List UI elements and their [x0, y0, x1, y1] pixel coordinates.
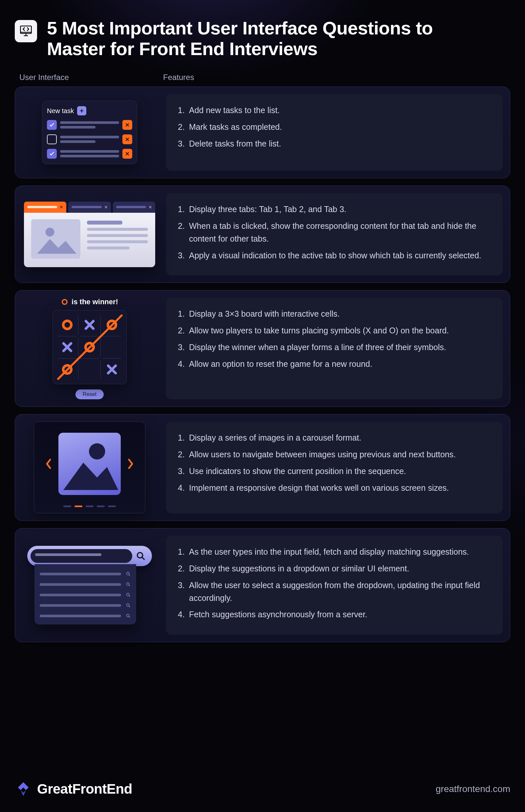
question-row-tabs: ✕ ✕ ✕ Display three tabs: Tab 1, Tab 2, … — [15, 186, 510, 283]
illustration-autocomplete — [22, 536, 157, 635]
feature-item: When a tab is clicked, show the correspo… — [178, 220, 491, 245]
svg-point-3 — [62, 300, 67, 304]
suggestion-item[interactable] — [40, 613, 131, 619]
brand: GreatFrontEnd — [15, 781, 132, 798]
o-icon — [61, 298, 68, 306]
question-row-autocomplete: As the user types into the input field, … — [15, 528, 510, 642]
prev-button[interactable] — [45, 458, 52, 469]
chevron-right-icon — [127, 458, 135, 469]
svg-point-14 — [89, 443, 105, 459]
todo-item — [47, 149, 132, 159]
indicator-dot-active[interactable] — [74, 505, 82, 507]
tab-inactive[interactable]: ✕ — [113, 202, 155, 213]
checkbox-unchecked[interactable] — [47, 135, 57, 144]
tictactoe-board — [52, 310, 127, 384]
feature-item: Display a 3×3 board with interactive cel… — [178, 308, 491, 320]
feature-item: Allow users to navigate between images u… — [178, 448, 491, 461]
footer: GreatFrontEnd greatfrontend.com — [15, 781, 510, 798]
suggestions-dropdown — [34, 564, 136, 624]
plus-icon — [79, 108, 84, 113]
svg-point-2 — [46, 228, 55, 236]
check-icon — [49, 151, 55, 157]
header: 5 Most Important User Interface Question… — [15, 18, 510, 59]
feature-item: Implement a responsive design that works… — [178, 482, 491, 494]
column-label-ui: User Interface — [19, 73, 163, 82]
close-icon: ✕ — [104, 205, 108, 209]
winner-text: is the winner! — [72, 298, 118, 306]
board-cell[interactable] — [56, 336, 78, 358]
features-panel: As the user types into the input field, … — [166, 536, 503, 635]
search-bar — [27, 546, 152, 566]
todo-card: New task — [42, 100, 137, 164]
feature-item: Delete tasks from the list. — [178, 137, 491, 150]
image-placeholder-icon — [31, 219, 80, 259]
board-cell[interactable] — [56, 314, 78, 336]
question-row-carousel: Display a series of images in a carousel… — [15, 414, 510, 521]
board-cell[interactable] — [101, 358, 123, 380]
illustration-todo: New task — [22, 94, 157, 171]
feature-item: Add new tasks to the list. — [178, 104, 491, 117]
tab-inactive[interactable]: ✕ — [68, 202, 110, 213]
search-icon — [126, 582, 131, 587]
tab-active[interactable]: ✕ — [24, 202, 66, 213]
search-icon — [136, 551, 145, 561]
search-icon — [126, 572, 131, 577]
indicator-dot[interactable] — [86, 505, 93, 507]
search-icon — [126, 613, 131, 619]
tab-content — [24, 213, 155, 267]
board-cell[interactable] — [78, 358, 101, 380]
indicator-dot[interactable] — [97, 505, 105, 507]
carousel-indicators — [63, 505, 116, 507]
board-cell[interactable] — [101, 336, 123, 358]
feature-item: Allow the user to select a suggestion fr… — [178, 579, 491, 605]
feature-item: Use indicators to show the current posit… — [178, 465, 491, 478]
indicator-dot[interactable] — [108, 505, 116, 507]
feature-item: Display three tabs: Tab 1, Tab 2, and Ta… — [178, 203, 491, 216]
close-icon: ✕ — [149, 205, 152, 209]
question-row-todo: New task Add new ta — [15, 87, 510, 178]
checkbox-checked[interactable] — [47, 149, 57, 159]
suggestion-item[interactable] — [40, 592, 131, 598]
svg-point-4 — [63, 321, 72, 329]
delete-button[interactable] — [122, 135, 132, 144]
check-icon — [49, 122, 55, 128]
chevron-left-icon — [45, 458, 52, 469]
add-task-button[interactable] — [77, 106, 86, 115]
feature-item: Mark tasks as completed. — [178, 121, 491, 134]
feature-item: Allow two players to take turns placing … — [178, 324, 491, 337]
brand-logo-icon — [15, 781, 32, 798]
illustration-carousel — [22, 422, 157, 513]
delete-button[interactable] — [122, 120, 132, 130]
features-panel: Display a 3×3 board with interactive cel… — [166, 298, 503, 399]
feature-item: Display the winner when a player forms a… — [178, 341, 491, 354]
close-icon: ✕ — [60, 205, 63, 209]
feature-item: Display the suggestions in a dropdown or… — [178, 562, 491, 575]
features-panel: Display a series of images in a carousel… — [166, 422, 503, 513]
feature-item: Allow an option to reset the game for a … — [178, 358, 491, 371]
close-icon — [125, 137, 130, 142]
search-input[interactable] — [31, 549, 132, 563]
search-icon — [126, 603, 131, 608]
illustration-tabs: ✕ ✕ ✕ — [22, 193, 157, 275]
indicator-dot[interactable] — [63, 505, 71, 507]
column-labels: User Interface Features — [19, 73, 510, 82]
features-panel: Add new tasks to the list. Mark tasks as… — [166, 94, 503, 171]
footer-url: greatfrontend.com — [436, 784, 510, 794]
checkbox-checked[interactable] — [47, 120, 57, 130]
illustration-tictactoe: is the winner! Reset — [22, 298, 157, 399]
suggestion-item[interactable] — [40, 572, 131, 577]
board-cell[interactable] — [78, 314, 101, 336]
search-button[interactable] — [136, 551, 145, 561]
todo-item — [47, 120, 132, 130]
carousel-image — [58, 433, 121, 495]
column-label-features: Features — [163, 73, 194, 82]
winner-banner: is the winner! — [61, 298, 118, 306]
delete-button[interactable] — [122, 149, 132, 159]
tab-strip: ✕ ✕ ✕ — [24, 202, 155, 213]
new-task-label: New task — [47, 107, 74, 115]
reset-button[interactable]: Reset — [75, 389, 104, 399]
next-button[interactable] — [127, 458, 135, 469]
feature-item: Fetch suggestions asynchronously from a … — [178, 608, 491, 621]
suggestion-item[interactable] — [40, 603, 131, 608]
suggestion-item[interactable] — [40, 582, 131, 587]
